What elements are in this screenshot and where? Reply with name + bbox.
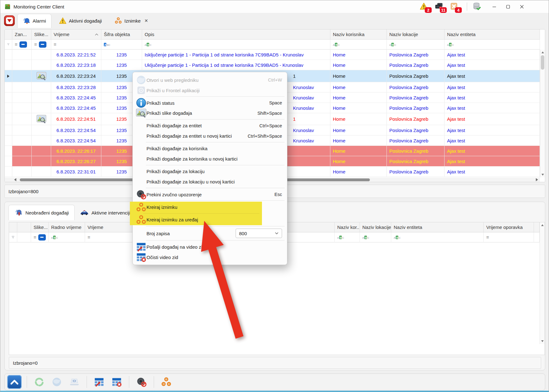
close-button[interactable] (515, 1, 529, 12)
filter-events-col8[interactable]: ABC (391, 232, 484, 242)
filter-col0[interactable] (5, 40, 12, 50)
menu-item-korisnik-nova[interactable]: Prikaži događaje za korisnika u novoj ka… (133, 154, 287, 164)
cell-sifra-text: 1235 (116, 95, 127, 100)
toolbar-button-frontel-view[interactable] (67, 375, 82, 389)
filter-toggle-icon[interactable] (38, 234, 46, 241)
column-header-7[interactable]: Naziv entiteta (445, 29, 540, 40)
events-column-header-3-text: Radno vrijeme (51, 225, 82, 230)
scroll-down-icon[interactable] (541, 174, 544, 176)
menu-item-lokacija[interactable]: Prikaži događaje za lokaciju (133, 166, 287, 177)
table-row[interactable]: 6.8.2023. 22:21:521235Isključenje partic… (5, 50, 540, 60)
toolbar-button-web-view[interactable] (50, 375, 64, 389)
table-row[interactable]: 6.8.2023. 22:23:181235Uključenje partici… (5, 60, 540, 70)
filter-col5[interactable]: ABC (142, 40, 330, 50)
monitors-indicator[interactable]: 11 (434, 1, 445, 12)
maximize-button[interactable] (501, 1, 515, 12)
filter-events-col6[interactable]: ABC (335, 232, 360, 242)
column-header-4-text: Opis (145, 32, 154, 37)
event-picture-icon (36, 115, 47, 123)
toolbar-button-refresh[interactable] (32, 375, 46, 389)
tab-neobradjeni-dogadjaji[interactable]: Neobrađeni događaji (8, 205, 75, 220)
events-column-header-9[interactable]: Vrijeme oporavka (484, 222, 534, 232)
filter-events-col10[interactable] (534, 232, 540, 242)
filter-events-col1[interactable] (17, 232, 31, 242)
toolbar-button-expand[interactable] (7, 375, 22, 389)
menu-item-ocisti-videozid[interactable]: Očisti video zid (133, 252, 287, 262)
filter-col3[interactable]: = (51, 40, 101, 50)
events-vertical-scrollbar[interactable] (540, 222, 545, 344)
tab-aktivne-intervencije[interactable]: Aktivne intervencijie (75, 205, 139, 220)
menu-item-slike-dogadjaja[interactable]: Prikaži slike događajaShift+Space (133, 108, 287, 118)
filter-events-col0[interactable] (9, 232, 17, 242)
filter-toggle-icon[interactable] (19, 41, 27, 48)
cell-vrijeme-text: 6.8.2023. 22:24:54 (56, 138, 96, 143)
picture-icon (136, 109, 147, 118)
warnings-indicator[interactable]: 2 (419, 1, 430, 12)
column-header-5[interactable]: Naziv korisnika (330, 29, 387, 40)
cell-slike (32, 82, 51, 93)
cell-vrijeme: 6.8.2023. 22:26:17 (51, 146, 101, 156)
menu-item-label: Prikaži događaje za korisnika (147, 146, 282, 151)
column-header-1[interactable]: Slike... (32, 29, 51, 40)
vertical-scrollbar[interactable] (540, 50, 545, 177)
filter-col1[interactable]: = (12, 40, 32, 50)
menu-item-korisnik[interactable]: Prikaži događaje za korisnika (133, 143, 287, 154)
menu-item-posalji-videozid[interactable]: Pošalji događaj na video zid (133, 241, 287, 252)
menu-item-kreiraj-iznimku[interactable]: Kreiraj iznimku (130, 202, 262, 213)
vertical-scroll-thumb[interactable] (541, 55, 544, 70)
column-header-4[interactable]: Opis (142, 29, 330, 40)
filter-toggle-icon[interactable] (39, 41, 46, 48)
abc-green-filter-icon: ABC (362, 235, 369, 240)
events-column-header-2[interactable]: Slike... (31, 222, 49, 232)
menu-item-broj-zapisa[interactable]: Broj zapisa800 (133, 227, 287, 239)
column-header-2[interactable]: Vrijeme (51, 29, 101, 40)
cell-korisnik: Home (330, 103, 387, 113)
errors-indicator[interactable]: 4 (449, 1, 460, 12)
scroll-right-icon[interactable] (536, 178, 538, 181)
minimize-button[interactable] (487, 1, 501, 12)
filter-col7[interactable]: ABC (387, 40, 445, 50)
main-menu-button[interactable] (4, 15, 15, 26)
toolbar-button-videowall-clear[interactable] (109, 375, 124, 389)
events-column-header-8[interactable]: Naziv entiteta (391, 222, 484, 232)
filter-events-col3[interactable]: ABC (49, 232, 85, 242)
cell-korisnik: Home (330, 70, 387, 82)
record-count-dropdown[interactable]: 800 (236, 229, 282, 238)
scroll-up-icon[interactable] (541, 224, 544, 226)
menu-item-kreiraj-iznimku-uredjaj[interactable]: Kreiraj iznimku za uređaj (130, 214, 262, 225)
tab-iznimke[interactable]: Iznimke ✕ (109, 14, 153, 28)
menu-item-frontel: Prikaži u Frontel aplikaciji (133, 85, 287, 95)
filter-events-col2[interactable]: = (31, 232, 49, 242)
toolbar-button-videowall-send[interactable] (92, 375, 106, 389)
cell-korisnik: Home (330, 125, 387, 135)
events-column-header-6[interactable]: Naziv kor... (335, 222, 360, 232)
menu-item-prekini-zvuk[interactable]: Prekini zvučno upozorenjeEsc (133, 189, 287, 199)
filter-events-col9[interactable]: = (484, 232, 534, 242)
tab-alarmi[interactable]: Alarmi (17, 14, 51, 28)
svg-text:C: C (367, 236, 369, 239)
column-header-6[interactable]: Naziv lokacije (387, 29, 445, 40)
scroll-left-icon[interactable] (14, 178, 16, 181)
scroll-down-icon[interactable] (541, 340, 544, 342)
toolbar-button-mute[interactable] (134, 375, 149, 389)
menu-item-entitet[interactable]: Prikaži događaje za entitetCtrl+Space (133, 120, 287, 131)
column-header-3[interactable]: Šifra objekta (101, 29, 142, 40)
events-column-header-7[interactable]: Naziv lokacije (360, 222, 391, 232)
filter-col4[interactable]: ABC (101, 40, 142, 50)
filter-events-col7[interactable]: ABC (360, 232, 391, 242)
menu-item-status[interactable]: Prikaži statusSpace (133, 98, 287, 108)
cell-korisnik: Home (330, 82, 387, 93)
toolbar-button-iznimke[interactable] (159, 375, 173, 389)
filter-col6[interactable]: ABC (330, 40, 387, 50)
menu-item-lokacija-nova[interactable]: Prikaži događaje za lokaciju u novoj kar… (133, 177, 287, 187)
scroll-up-icon[interactable] (541, 51, 544, 53)
filter-col2[interactable]: = (32, 40, 51, 50)
column-header-0[interactable]: Zan... (12, 29, 32, 40)
close-tab-icon[interactable]: ✕ (144, 18, 148, 23)
events-column-header-3[interactable]: Radno vrijeme (49, 222, 85, 232)
cell-lokacija-text: Poslovnica Zagreb (389, 52, 428, 57)
tab-aktivni-dogadjaji[interactable]: Aktivni događaji (54, 14, 107, 28)
menu-item-entitet-nova[interactable]: Prikaži događaje za entitet u novoj kart… (133, 131, 287, 141)
filter-col8[interactable]: ABC (445, 40, 540, 50)
svg-text:C: C (150, 43, 152, 46)
